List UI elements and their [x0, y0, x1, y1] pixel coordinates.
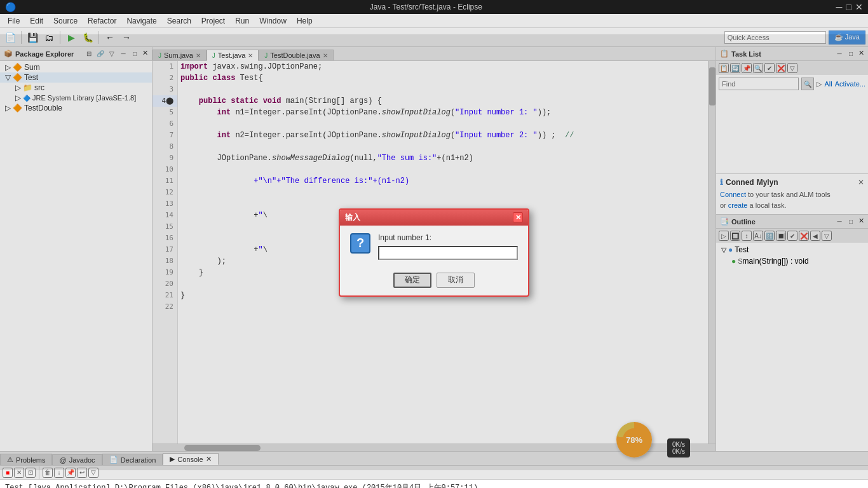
dialog-question-icon: ? — [350, 233, 370, 254]
dialog-text-input[interactable] — [378, 246, 518, 260]
dialog-titlebar: 输入 ✕ — [340, 210, 528, 226]
window-title: Java - Test/src/Test.java - Eclipse — [16, 3, 836, 11]
title-bar: 🔵 Java - Test/src/Test.java - Eclipse ─ … — [0, 0, 868, 14]
menu-file[interactable]: File — [3, 15, 25, 27]
menu-search[interactable]: Search — [162, 15, 196, 27]
dialog-label: Input number 1: — [378, 233, 518, 242]
console-output: Test [Java Application] D:\Program Files… — [0, 480, 868, 488]
dialog-overlay: 输入 ✕ ? Input number 1: 确定 取消 — [0, 34, 868, 470]
dialog-ok-button[interactable]: 确定 — [393, 273, 431, 288]
dialog-body: ? Input number 1: — [340, 226, 528, 268]
menu-source[interactable]: Source — [48, 15, 83, 27]
menu-bar: File Edit Source Refactor Navigate Searc… — [0, 14, 868, 28]
menu-refactor[interactable]: Refactor — [83, 15, 121, 27]
dialog-buttons: 确定 取消 — [340, 268, 528, 295]
question-mark: ? — [356, 236, 364, 250]
dialog-content: Input number 1: — [378, 233, 518, 260]
menu-window[interactable]: Window — [254, 15, 292, 27]
dialog-cancel-button[interactable]: 取消 — [437, 273, 475, 288]
maximize-button[interactable]: □ — [846, 2, 851, 12]
menu-navigate[interactable]: Navigate — [121, 15, 161, 27]
menu-help[interactable]: Help — [292, 15, 318, 27]
input-dialog: 输入 ✕ ? Input number 1: 确定 取消 — [339, 208, 529, 297]
dialog-title: 输入 — [345, 212, 360, 223]
dialog-close-button[interactable]: ✕ — [513, 212, 523, 222]
minimize-button[interactable]: ─ — [836, 2, 843, 12]
menu-run[interactable]: Run — [230, 15, 254, 27]
menu-edit[interactable]: Edit — [25, 15, 48, 27]
menu-project[interactable]: Project — [196, 15, 230, 27]
close-button[interactable]: ✕ — [855, 2, 863, 12]
eclipse-icon: 🔵 — [5, 2, 16, 12]
console-text: Test [Java Application] D:\Program Files… — [5, 484, 478, 488]
